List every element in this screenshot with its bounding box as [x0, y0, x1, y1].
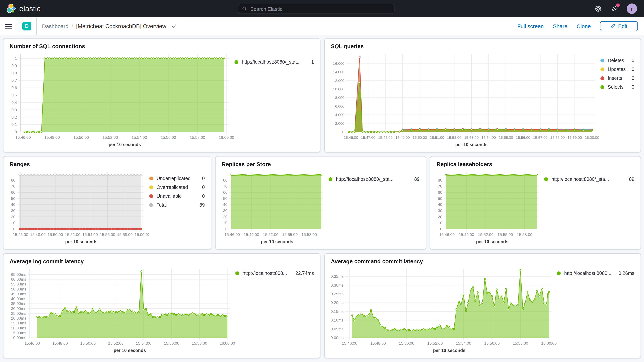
svg-text:15:50:00: 15:50:00	[74, 135, 89, 140]
svg-text:70: 70	[223, 184, 228, 188]
svg-text:15:49:00: 15:49:00	[459, 232, 474, 237]
legend-color-dot	[149, 176, 153, 180]
svg-text:15:54:00: 15:54:00	[482, 136, 496, 140]
legend-color-dot	[234, 60, 238, 64]
legend-color-dot	[600, 85, 604, 89]
svg-text:15:52:00: 15:52:00	[447, 136, 462, 140]
legend-color-dot	[557, 272, 561, 275]
svg-text:50: 50	[438, 196, 442, 201]
svg-text:15:50:00: 15:50:00	[399, 341, 414, 346]
svg-text:10: 10	[223, 220, 228, 225]
svg-text:0.1: 0.1	[12, 122, 17, 127]
elastic-logo[interactable]: elastic	[0, 4, 47, 14]
avatar[interactable]: r	[627, 4, 637, 14]
svg-text:16:00:00: 16:00:00	[585, 136, 599, 140]
legend-item[interactable]: Inserts0	[600, 76, 634, 81]
legend-item[interactable]: http://localhost:8080...0.26ms	[557, 271, 634, 276]
chart-plot-area[interactable]: 0.00ms0.05ms0.10ms0.15ms0.20ms0.25ms0.30…	[329, 264, 557, 356]
panel-ranges: Ranges 0102030405060708015:46:0015:48:00…	[3, 156, 211, 250]
full-screen-button[interactable]: Full screen	[517, 23, 544, 29]
chart-plot-area[interactable]: 00.10.20.30.40.50.60.70.80.9115:46:0015:…	[8, 49, 234, 150]
search-icon	[242, 6, 247, 11]
svg-text:0: 0	[13, 227, 16, 231]
newsfeed-icon[interactable]	[610, 5, 618, 12]
legend-label: Inserts	[608, 76, 628, 81]
svg-text:20: 20	[223, 214, 228, 219]
svg-text:10: 10	[438, 220, 442, 225]
notification-dot	[616, 3, 620, 7]
svg-text:0: 0	[226, 227, 228, 231]
legend-color-dot	[544, 177, 548, 181]
legend-label: Overreplicated	[156, 185, 198, 190]
breadcrumb-dashboard-link[interactable]: Dashboard	[42, 23, 68, 29]
legend-item[interactable]: Updates0	[600, 67, 634, 72]
svg-text:15:56:00: 15:56:00	[160, 135, 176, 140]
clone-button[interactable]: Clone	[577, 23, 591, 29]
panel-title: Replica leaseholders	[435, 160, 636, 167]
svg-text:15:56:00: 15:56:00	[100, 232, 115, 237]
panel-number-of-sql-connections: Number of SQL connections 00.10.20.30.40…	[3, 38, 320, 152]
svg-text:15:59:00: 15:59:00	[568, 136, 582, 140]
chart-plot-area[interactable]: 0102030405060708015:46:0015:48:0015:50:0…	[8, 167, 149, 247]
chart-plot-area[interactable]: 0102030405060708015:46:0015:49:0015:52:0…	[435, 167, 544, 247]
legend-label: Deletes	[608, 58, 628, 63]
legend-value: 0	[202, 185, 205, 190]
svg-text:30: 30	[438, 208, 442, 213]
svg-text:15:58:00: 15:58:00	[301, 232, 317, 237]
edit-button[interactable]: Edit	[600, 21, 638, 31]
legend-item[interactable]: http://localhost:808...22.74ms	[235, 271, 314, 276]
svg-text:70: 70	[11, 184, 16, 188]
legend-item[interactable]: Unavailable0	[149, 194, 205, 199]
svg-text:30: 30	[223, 208, 228, 213]
svg-text:15:46:00: 15:46:00	[13, 232, 28, 237]
svg-text:60: 60	[223, 190, 228, 194]
hamburger-menu-icon[interactable]	[5, 22, 12, 30]
svg-text:16:00:00: 16:00:00	[220, 341, 235, 346]
legend-value: 1	[311, 59, 314, 65]
svg-text:10: 10	[11, 220, 16, 225]
legend-value: 0	[632, 67, 634, 72]
check-icon[interactable]	[172, 24, 176, 28]
dashboard-app-badge[interactable]: D	[22, 22, 31, 30]
search-placeholder: Search Elastic	[250, 6, 282, 12]
svg-text:0.35ms: 0.35ms	[330, 274, 344, 278]
svg-text:15:55:00: 15:55:00	[282, 232, 298, 237]
legend-item[interactable]: Deletes0	[600, 58, 634, 63]
svg-text:15:52:00: 15:52:00	[263, 232, 278, 237]
svg-text:10,000: 10,000	[333, 87, 344, 91]
svg-text:0.20ms: 0.20ms	[330, 300, 344, 305]
legend-item[interactable]: http://localhost:8080/_sta...89	[544, 176, 634, 182]
legend-item[interactable]: Overreplicated0	[149, 185, 205, 190]
svg-text:0: 0	[440, 227, 442, 231]
legend-item[interactable]: Selects0	[600, 84, 634, 90]
svg-text:16:00:00: 16:00:00	[134, 232, 149, 237]
svg-text:15:48:00: 15:48:00	[30, 232, 46, 237]
help-icon[interactable]	[594, 5, 602, 12]
svg-text:15:48:00: 15:48:00	[370, 341, 386, 346]
svg-text:15:50:00: 15:50:00	[80, 341, 96, 346]
svg-text:15:46:00: 15:46:00	[344, 136, 358, 140]
legend-item[interactable]: Underreplicated0	[149, 176, 205, 181]
legend-item[interactable]: http://localhost:8080/_sta...89	[328, 176, 420, 182]
top-chrome-bar: elastic Search Elastic	[0, 0, 644, 17]
chart-legend: Underreplicated0Overreplicated0Unavailab…	[149, 167, 206, 247]
chart-plot-area[interactable]: 0.00ms5.00ms10.00ms15.00ms20.00ms25.00ms…	[8, 264, 235, 356]
svg-text:per 10 seconds: per 10 seconds	[433, 348, 465, 353]
chart-legend: http://localhost:8080/_sta...89	[544, 167, 636, 247]
svg-text:15:55:00: 15:55:00	[498, 136, 513, 140]
share-button[interactable]: Share	[553, 23, 568, 29]
chart-plot-area[interactable]: 0102030405060708015:46:0015:49:0015:52:0…	[220, 167, 328, 247]
svg-text:per 10 seconds: per 10 seconds	[108, 142, 141, 147]
svg-text:0.00ms: 0.00ms	[13, 336, 26, 340]
svg-text:0.4: 0.4	[12, 100, 17, 105]
menu-section	[0, 17, 17, 35]
legend-item[interactable]: http://localhost:8080/_stat...1	[234, 59, 314, 65]
chart-plot-area[interactable]: 02,0004,0006,0008,00010,00012,00014,0001…	[329, 49, 600, 150]
svg-text:15:52:00: 15:52:00	[427, 341, 443, 346]
legend-color-dot	[149, 203, 153, 207]
svg-text:0.7: 0.7	[12, 78, 17, 82]
svg-text:15:58:00: 15:58:00	[117, 232, 133, 237]
panel-title: Average log commit latency	[8, 258, 316, 264]
search-input[interactable]: Search Elastic	[238, 4, 394, 14]
legend-item[interactable]: Total89	[149, 202, 205, 208]
